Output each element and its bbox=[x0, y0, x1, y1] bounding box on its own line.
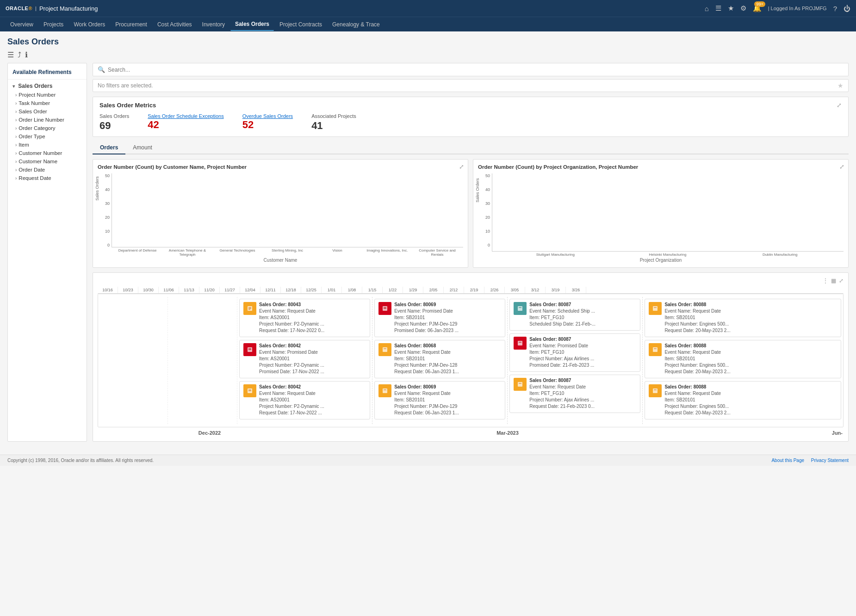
nav-sales-orders[interactable]: Sales Orders bbox=[230, 18, 274, 31]
sidebar-item-sales-order[interactable]: › Sales Order bbox=[8, 107, 87, 116]
sidebar-item-order-type[interactable]: › Order Type bbox=[8, 132, 87, 141]
search-input[interactable] bbox=[108, 67, 844, 73]
timeline-card-80088c[interactable]: Sales Order: 80088 Event Name: Request D… bbox=[645, 381, 841, 419]
timeline-toolbar: ⋮ ▦ ⤢ bbox=[98, 277, 844, 284]
date-212: 2/12 bbox=[444, 287, 464, 293]
card-detail-80043: Event Name: Request DateItem: AS20001Pro… bbox=[259, 308, 366, 334]
metric-label-sales-orders: Sales Orders bbox=[99, 113, 129, 119]
timeline-col-2: Sales Order: 80069 Event Name: Promised … bbox=[372, 297, 508, 424]
share-icon[interactable]: ⤴ bbox=[18, 51, 21, 59]
date-1113: 11/13 bbox=[179, 287, 199, 293]
page-title: Sales Orders bbox=[7, 37, 849, 47]
svg-rect-25 bbox=[653, 347, 658, 352]
metric-link-schedule-exceptions[interactable]: Sales Order Schedule Exceptions bbox=[148, 113, 223, 119]
nav-projects[interactable]: Projects bbox=[39, 18, 68, 31]
timeline-card-80088b[interactable]: Sales Order: 80088 Event Name: Request D… bbox=[645, 340, 841, 378]
sidebar-item-project-number[interactable]: › Project Number bbox=[8, 91, 87, 99]
tab-amount[interactable]: Amount bbox=[125, 142, 159, 154]
collapse-icon[interactable]: ☰ bbox=[7, 50, 14, 59]
favorites-icon[interactable]: ★ bbox=[728, 4, 734, 12]
timeline-card-80088a[interactable]: Sales Order: 80088 Event Name: Request D… bbox=[645, 299, 841, 337]
nav-overview[interactable]: Overview bbox=[6, 18, 38, 31]
notifications-bell[interactable]: 🔔 99+ bbox=[753, 4, 762, 12]
chevron-right-icon: › bbox=[15, 176, 17, 181]
timeline-card-80042a[interactable]: Sales Order: 80042 Event Name: Promised … bbox=[239, 340, 370, 378]
timeline-card-80069a[interactable]: Sales Order: 80069 Event Name: Promised … bbox=[374, 299, 505, 337]
sidebar-item-item[interactable]: › Item bbox=[8, 141, 87, 149]
date-1225: 12/25 bbox=[301, 287, 322, 293]
chart2-expand-icon[interactable]: ⤢ bbox=[839, 163, 844, 170]
chart2-y-label: Sales Orders bbox=[475, 178, 480, 203]
timeline-month-labels: Dec-2022 Mar-2023 Jun- bbox=[98, 429, 844, 437]
card-icon-orange8 bbox=[649, 384, 662, 397]
card-text-80069a: Sales Order: 80069 Event Name: Promised … bbox=[394, 302, 501, 334]
timeline-card-80069b[interactable]: Sales Order: 80069 Event Name: Request D… bbox=[374, 381, 505, 419]
date-1030: 10/30 bbox=[138, 287, 159, 293]
footer-link-about[interactable]: About this Page bbox=[771, 458, 804, 463]
timeline-card-80068[interactable]: Sales Order: 80068 Event Name: Request D… bbox=[374, 340, 505, 378]
filter-star-icon[interactable]: ★ bbox=[837, 82, 844, 89]
tab-orders[interactable]: Orders bbox=[93, 142, 125, 154]
card-icon-orange2 bbox=[243, 384, 256, 397]
sidebar-item-task-number[interactable]: › Task Number bbox=[8, 99, 87, 107]
help-icon[interactable]: ? bbox=[833, 5, 837, 12]
top-bar-right: ⌂ ☰ ★ ⚙ 🔔 99+ | Logged In As PROJMFG ? ⏻ bbox=[705, 4, 850, 12]
home-icon[interactable]: ⌂ bbox=[705, 5, 709, 12]
sidebar-item-customer-name[interactable]: › Customer Name bbox=[8, 157, 87, 166]
metrics-row: Sales Orders 69 Sales Order Schedule Exc… bbox=[99, 113, 842, 132]
card-title-80087a: Sales Order: 80087 bbox=[529, 302, 636, 307]
nav-procurement[interactable]: Procurement bbox=[111, 18, 152, 31]
bar-label-att: American Telephone & Telegraph bbox=[163, 248, 211, 257]
sidebar-section-sales-orders[interactable]: ▾ Sales Orders bbox=[8, 81, 87, 91]
expand-icon[interactable]: ⤢ bbox=[837, 102, 842, 109]
card-icon-orange6 bbox=[649, 302, 662, 315]
chevron-right-icon: › bbox=[15, 151, 17, 156]
timeline-icon-2[interactable]: ▦ bbox=[831, 277, 836, 284]
info-icon[interactable]: ℹ bbox=[25, 50, 28, 59]
card-title-80087c: Sales Order: 80087 bbox=[529, 378, 636, 383]
footer-link-privacy[interactable]: Privacy Statement bbox=[811, 458, 849, 463]
menu-icon[interactable]: ☰ bbox=[715, 4, 721, 12]
settings-icon[interactable]: ⚙ bbox=[740, 4, 746, 12]
date-1120: 11/20 bbox=[199, 287, 220, 293]
timeline-icon-1[interactable]: ⋮ bbox=[823, 277, 828, 284]
date-312: 3/12 bbox=[525, 287, 546, 293]
sidebar-item-order-category[interactable]: › Order Category bbox=[8, 124, 87, 132]
nav-inventory[interactable]: Inventory bbox=[198, 18, 230, 31]
chart-project-org: Order Number (Count) by Project Organiza… bbox=[473, 159, 849, 268]
timeline-card-80042b[interactable]: Sales Order: 80042 Event Name: Request D… bbox=[239, 381, 370, 419]
sidebar-item-request-date[interactable]: › Request Date bbox=[8, 174, 87, 182]
sidebar-item-order-date[interactable]: › Order Date bbox=[8, 166, 87, 174]
timeline-col-blank1 bbox=[98, 297, 168, 424]
nav-cost-activities[interactable]: Cost Activities bbox=[153, 18, 197, 31]
timeline-col-blank2 bbox=[168, 297, 238, 424]
metric-value-overdue: 52 bbox=[242, 119, 293, 131]
nav-work-orders[interactable]: Work Orders bbox=[69, 18, 110, 31]
timeline-card-80087c[interactable]: Sales Order: 80087 Event Name: Request D… bbox=[509, 375, 640, 413]
main-layout: Available Refinements ▾ Sales Orders › P… bbox=[7, 63, 849, 442]
timeline-card-80043[interactable]: Sales Order: 80043 Event Name: Request D… bbox=[239, 299, 370, 337]
power-icon[interactable]: ⏻ bbox=[844, 5, 850, 12]
nav-project-contracts[interactable]: Project Contracts bbox=[275, 18, 327, 31]
card-text-80088c: Sales Order: 80088 Event Name: Request D… bbox=[664, 384, 837, 416]
timeline-scroll[interactable]: 10/16 10/23 10/30 11/06 11/13 11/20 11/2… bbox=[98, 287, 844, 437]
svg-rect-17 bbox=[518, 306, 522, 311]
metric-value-associated-projects: 41 bbox=[311, 120, 356, 132]
notification-count: 99+ bbox=[754, 1, 765, 7]
timeline-dates-row: 10/16 10/23 10/30 11/06 11/13 11/20 11/2… bbox=[98, 287, 844, 294]
top-bar: ORACLE® | Project Manufacturing ⌂ ☰ ★ ⚙ … bbox=[0, 0, 856, 17]
timeline-card-80087a[interactable]: Sales Order: 80087 Event Name: Scheduled… bbox=[509, 299, 640, 331]
card-text-80087c: Sales Order: 80087 Event Name: Request D… bbox=[529, 378, 636, 410]
sidebar-item-order-line-number[interactable]: › Order Line Number bbox=[8, 116, 87, 124]
nav-genealogy-trace[interactable]: Genealogy & Trace bbox=[328, 18, 385, 31]
chart1-expand-icon[interactable]: ⤢ bbox=[459, 163, 464, 170]
timeline-card-80087b[interactable]: Sales Order: 80087 Event Name: Promised … bbox=[509, 333, 640, 372]
card-title-80042b: Sales Order: 80042 bbox=[259, 384, 366, 389]
no-filter-text: No filters are selected. bbox=[98, 82, 153, 89]
metric-link-overdue[interactable]: Overdue Sales Orders bbox=[242, 113, 293, 119]
month-jun: Jun- bbox=[694, 429, 844, 437]
chart-tabs: Orders Amount bbox=[93, 142, 849, 154]
timeline-icon-3[interactable]: ⤢ bbox=[839, 277, 844, 284]
date-205: 2/05 bbox=[423, 287, 444, 293]
sidebar-item-customer-number[interactable]: › Customer Number bbox=[8, 149, 87, 157]
